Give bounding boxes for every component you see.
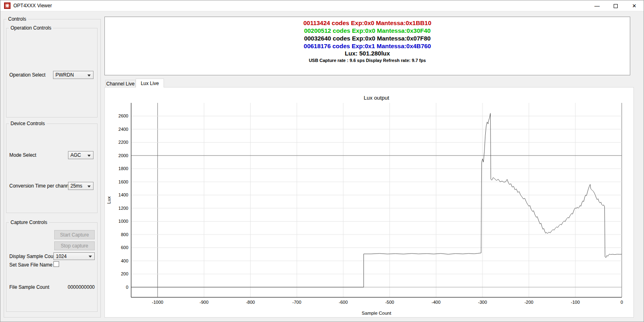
display-sample-count-value: 1024	[56, 254, 67, 259]
svg-text:-300: -300	[478, 300, 487, 305]
svg-text:-200: -200	[525, 300, 533, 305]
window-title: OPT4XXX Viewer	[13, 3, 52, 9]
channel3-codes-readout: 00618176 codes Exp:0x1 Mantessa:0x4B760	[105, 42, 630, 50]
svg-text:800: 800	[121, 232, 128, 237]
stop-capture-button[interactable]: Stop capture	[54, 241, 95, 250]
mode-select-value: AGC	[70, 152, 81, 158]
tab-channel-live[interactable]: Channel Live	[105, 80, 136, 87]
conversion-time-dropdown[interactable]: 25ms	[68, 182, 94, 190]
title-bar: OPT4XXX Viewer — ✕	[0, 0, 644, 11]
svg-text:1800: 1800	[119, 166, 128, 171]
svg-text:2200: 2200	[119, 140, 128, 145]
svg-text:1600: 1600	[119, 179, 128, 184]
dropdown-arrow-icon	[89, 256, 92, 258]
svg-text:-600: -600	[339, 300, 348, 305]
operation-controls-title: Operation Controls	[9, 25, 53, 31]
minimize-button[interactable]: —	[588, 0, 606, 11]
svg-text:200: 200	[121, 271, 128, 276]
svg-text:Lux output: Lux output	[363, 95, 389, 101]
controls-group-title: Controls	[6, 16, 28, 22]
svg-text:-700: -700	[292, 300, 301, 305]
svg-text:2000: 2000	[119, 153, 128, 158]
capture-controls-title: Capture Controls	[9, 220, 49, 225]
svg-text:Sample Count: Sample Count	[362, 311, 392, 316]
lux-output-chart: -1000-900-800-700-600-500-400-300-200-10…	[105, 87, 633, 317]
svg-text:1200: 1200	[119, 206, 128, 211]
svg-text:0: 0	[621, 300, 623, 305]
svg-text:1000: 1000	[119, 219, 128, 224]
svg-text:400: 400	[121, 258, 128, 263]
channel2-codes-readout: 00032640 codes Exp:0x0 Mantessa:0x07F80	[105, 34, 630, 42]
close-button[interactable]: ✕	[625, 0, 644, 11]
app-icon	[4, 2, 11, 9]
svg-text:600: 600	[121, 245, 128, 250]
device-controls-title: Device Controls	[9, 121, 47, 126]
svg-text:0: 0	[126, 285, 128, 290]
lux-reading: Lux: 501.280lux	[105, 50, 630, 57]
svg-text:Lux: Lux	[106, 196, 111, 204]
set-save-file-name-label: Set Save File Name	[9, 262, 53, 268]
operation-select-label: Operation Select	[9, 72, 45, 78]
app-window: { "window": { "title": "OPT4XXX Viewer",…	[0, 0, 644, 322]
file-sample-count-label: File Sample Count	[9, 284, 49, 290]
dropdown-arrow-icon	[87, 186, 91, 188]
status-panel: 00113424 codes Exp:0x0 Mantessa:0x1BB10 …	[104, 17, 630, 75]
dropdown-arrow-icon	[87, 155, 91, 157]
operation-select-dropdown[interactable]: PWRDN	[53, 71, 94, 79]
svg-text:2600: 2600	[119, 113, 128, 118]
set-save-file-name-checkbox[interactable]	[53, 261, 59, 267]
display-sample-count-label: Display Sample Count	[9, 254, 57, 259]
capture-rate-readout: USB Capture rate : 9.6 sps Display Refre…	[105, 57, 630, 64]
svg-text:1400: 1400	[119, 192, 128, 197]
channel1-codes-readout: 00200512 codes Exp:0x0 Mantessa:0x30F40	[105, 27, 630, 34]
device-controls-group: Device Controls	[6, 124, 98, 213]
tab-lux-live[interactable]: Lux Live	[136, 79, 164, 87]
start-capture-button[interactable]: Start Capture	[54, 230, 95, 239]
display-sample-count-dropdown[interactable]: 1024	[53, 252, 95, 260]
mode-select-dropdown[interactable]: AGC	[68, 151, 94, 159]
channel0-codes-readout: 00113424 codes Exp:0x0 Mantessa:0x1BB10	[105, 19, 630, 27]
maximize-icon	[614, 4, 618, 8]
maximize-button[interactable]	[606, 0, 625, 11]
svg-text:-400: -400	[431, 300, 440, 305]
svg-text:-500: -500	[385, 300, 394, 305]
svg-text:-900: -900	[200, 300, 208, 305]
svg-text:-100: -100	[571, 300, 580, 305]
file-sample-count-value: 0000000000	[61, 284, 95, 290]
lux-live-tab-panel: -1000-900-800-700-600-500-400-300-200-10…	[104, 87, 634, 318]
dropdown-arrow-icon	[87, 75, 91, 77]
conversion-time-value: 25ms	[70, 183, 82, 189]
svg-text:2400: 2400	[119, 127, 128, 132]
operation-select-value: PWRDN	[55, 72, 74, 78]
svg-text:-1000: -1000	[152, 300, 163, 305]
svg-text:-800: -800	[246, 300, 255, 305]
conversion-time-label: Conversion Time per channel	[9, 183, 72, 189]
mode-select-label: Mode Select	[9, 152, 36, 158]
